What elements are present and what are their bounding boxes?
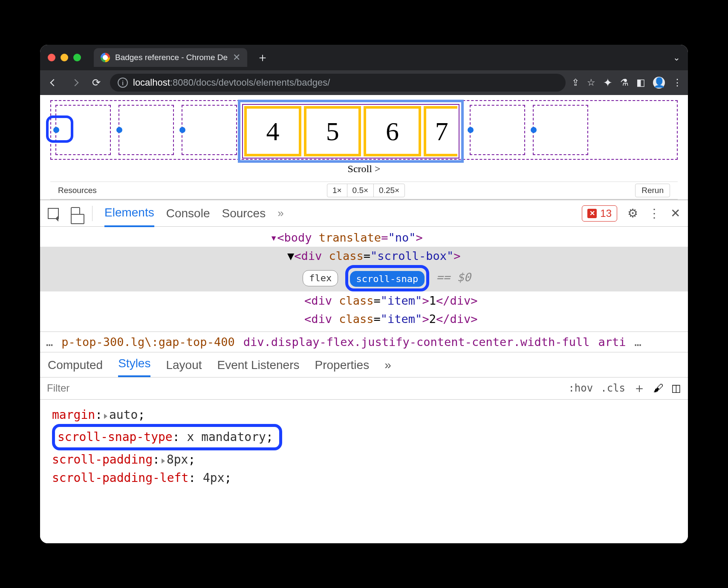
window-controls bbox=[48, 54, 81, 61]
list-item: 5 bbox=[304, 106, 361, 156]
expand-icon[interactable] bbox=[104, 414, 107, 419]
tab-sources[interactable]: Sources bbox=[222, 207, 266, 226]
css-rules[interactable]: margin:auto; scroll-snap-type: x mandato… bbox=[40, 400, 688, 493]
close-tab-icon[interactable]: ✕ bbox=[233, 52, 240, 63]
toolbar-icons: ⇪ ☆ ✦ ⚗ ◧ 👤 ⋮ bbox=[572, 76, 682, 89]
share-icon[interactable]: ⇪ bbox=[572, 77, 579, 88]
labs-icon[interactable]: ⚗ bbox=[620, 77, 629, 88]
expand-icon[interactable] bbox=[162, 458, 165, 464]
flex-badge[interactable]: flex bbox=[303, 270, 338, 286]
scroll-snap-badge[interactable]: scroll-snap bbox=[350, 271, 425, 287]
tabs-menu-icon[interactable]: ⌄ bbox=[673, 52, 680, 63]
tab-title: Badges reference - Chrome De bbox=[115, 53, 228, 62]
styles-tabs: Computed Styles Layout Event Listeners P… bbox=[40, 352, 688, 378]
scroll-box[interactable]: 4 5 6 7 bbox=[50, 100, 678, 160]
more-tabs-icon[interactable]: » bbox=[384, 358, 391, 372]
styles-filter-bar: :hov .cls ＋ 🖌 ◫ bbox=[40, 378, 688, 400]
scroll-viewport-overlay: 4 5 6 7 bbox=[238, 100, 464, 163]
tab-event-listeners[interactable]: Event Listeners bbox=[217, 358, 300, 377]
url-text: localhost:8080/docs/devtools/elements/ba… bbox=[133, 77, 330, 88]
list-item: 4 bbox=[244, 106, 301, 156]
error-count-badge[interactable]: ✕13 bbox=[582, 205, 617, 222]
zoom-1x[interactable]: 1× bbox=[327, 184, 347, 197]
browser-tab[interactable]: Badges reference - Chrome De ✕ bbox=[94, 48, 247, 67]
tab-computed[interactable]: Computed bbox=[48, 358, 103, 377]
selected-indicator: == $0 bbox=[436, 271, 471, 284]
close-devtools-icon[interactable]: ✕ bbox=[670, 206, 680, 220]
back-button[interactable] bbox=[46, 75, 61, 90]
address-bar[interactable]: i localhost:8080/docs/devtools/elements/… bbox=[110, 74, 566, 92]
zoom-05x[interactable]: 0.5× bbox=[347, 184, 374, 197]
forward-button[interactable] bbox=[67, 75, 83, 90]
annotation-highlight: scroll-snap-type: x mandatory; bbox=[52, 424, 282, 450]
paint-icon[interactable]: 🖌 bbox=[653, 382, 664, 394]
scroll-label: Scroll > bbox=[50, 163, 678, 175]
more-options-icon[interactable]: ⋮ bbox=[648, 206, 660, 220]
more-tabs-icon[interactable]: » bbox=[277, 207, 283, 220]
minimize-window-icon[interactable] bbox=[61, 54, 68, 61]
tab-properties[interactable]: Properties bbox=[315, 358, 370, 377]
crumb-ellipsis[interactable]: … bbox=[634, 335, 641, 349]
annotation-highlight: scroll-snap bbox=[345, 265, 430, 291]
chrome-favicon-icon bbox=[101, 53, 110, 62]
devtools-toolbar: Elements Console Sources » ✕13 ⚙ ⋮ ✕ bbox=[40, 200, 688, 227]
list-item: 7 bbox=[424, 106, 457, 156]
rerun-button[interactable]: Rerun bbox=[635, 184, 670, 197]
snap-point-icon bbox=[468, 127, 474, 133]
close-window-icon[interactable] bbox=[48, 54, 55, 61]
zoom-025x[interactable]: 0.25× bbox=[374, 184, 404, 197]
devtools-panel: Elements Console Sources » ✕13 ⚙ ⋮ ✕ ▾<b… bbox=[40, 199, 688, 543]
list-item bbox=[470, 105, 525, 155]
new-rule-icon[interactable]: ＋ bbox=[633, 380, 646, 397]
resources-button[interactable]: Resources bbox=[58, 186, 97, 195]
device-toolbar-icon[interactable] bbox=[71, 207, 80, 220]
list-item bbox=[533, 105, 588, 155]
toggle-sidebar-icon[interactable]: ◫ bbox=[671, 382, 681, 394]
new-tab-button[interactable]: ＋ bbox=[257, 49, 269, 66]
list-item bbox=[118, 105, 174, 155]
rendered-page: 4 5 6 7 Scroll > Resources 1× 0.5× 0.25×… bbox=[40, 95, 688, 199]
browser-window: Badges reference - Chrome De ✕ ＋ ⌄ ⟳ i l… bbox=[40, 45, 688, 543]
extensions-icon[interactable]: ✦ bbox=[603, 76, 612, 89]
crumb-item[interactable]: arti bbox=[598, 335, 626, 349]
settings-icon[interactable]: ⚙ bbox=[627, 206, 638, 220]
crumb-ellipsis[interactable]: … bbox=[46, 335, 53, 349]
browser-toolbar: ⟳ i localhost:8080/docs/devtools/element… bbox=[40, 70, 688, 95]
panel-icon[interactable]: ◧ bbox=[636, 77, 645, 88]
zoom-controls: 1× 0.5× 0.25× bbox=[327, 184, 405, 197]
filter-input[interactable] bbox=[47, 382, 560, 394]
list-item: 6 bbox=[364, 106, 421, 156]
dom-tree[interactable]: ▾<body translate="no"> ▼<div class="scro… bbox=[40, 227, 688, 331]
hov-toggle[interactable]: :hov bbox=[568, 382, 593, 394]
snap-point-icon bbox=[531, 127, 537, 133]
tab-layout[interactable]: Layout bbox=[166, 358, 202, 377]
annotation-highlight bbox=[46, 115, 73, 143]
cls-toggle[interactable]: .cls bbox=[601, 382, 625, 394]
content-area: 4 5 6 7 Scroll > Resources 1× 0.5× 0.25×… bbox=[40, 95, 688, 543]
profile-avatar-icon[interactable]: 👤 bbox=[653, 77, 665, 89]
tab-bar: Badges reference - Chrome De ✕ ＋ ⌄ bbox=[40, 45, 688, 70]
tab-console[interactable]: Console bbox=[166, 207, 210, 226]
snap-point-icon bbox=[179, 127, 185, 133]
tab-styles[interactable]: Styles bbox=[118, 357, 150, 377]
snap-point-icon bbox=[116, 127, 122, 133]
example-controls: Resources 1× 0.5× 0.25× Rerun bbox=[50, 182, 678, 199]
crumb-item[interactable]: div.display-flex.justify-content-center.… bbox=[243, 335, 590, 349]
bookmark-icon[interactable]: ☆ bbox=[587, 77, 595, 88]
maximize-window-icon[interactable] bbox=[73, 54, 81, 61]
menu-icon[interactable]: ⋮ bbox=[673, 77, 682, 88]
list-item bbox=[182, 105, 237, 155]
inspect-element-icon[interactable] bbox=[48, 208, 59, 219]
tab-elements[interactable]: Elements bbox=[104, 206, 154, 227]
breadcrumb[interactable]: … p-top-300.lg\:gap-top-400 div.display-… bbox=[40, 331, 688, 352]
reload-button[interactable]: ⟳ bbox=[89, 75, 104, 90]
site-info-icon[interactable]: i bbox=[118, 78, 128, 88]
crumb-item[interactable]: p-top-300.lg\:gap-top-400 bbox=[61, 335, 234, 349]
